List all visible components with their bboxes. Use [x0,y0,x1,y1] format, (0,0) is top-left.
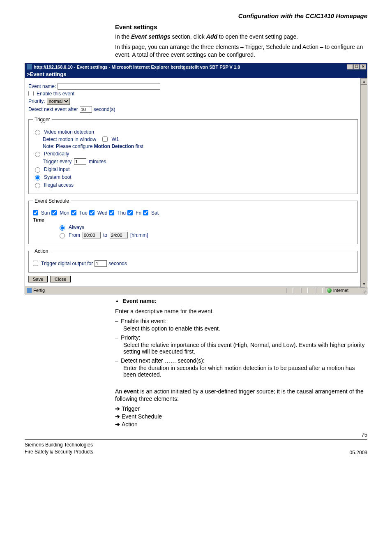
trigger-illegal-radio[interactable] [35,183,40,188]
day-label: Tue [79,210,88,216]
scroll-down-button[interactable]: ▼ [361,281,367,287]
trigger-periodic-sub-b: minutes [89,159,106,164]
status-text: Fertig [33,288,45,293]
day-label: Sun [41,210,50,216]
arrow-action: ➔Action [115,421,367,428]
page-band: >Event settings [25,71,367,78]
page-header: Configuration with the CCIC1410 Homepage [25,12,367,19]
day-checkbox[interactable] [71,210,76,215]
arrow-schedule: ➔Event Schedule [115,413,367,420]
trigger-note-b: Motion Detection [94,143,134,149]
dash-priority-label: Priority: [121,334,140,341]
trigger-periodic-label: Periodically [44,151,69,157]
dash-priority-desc: Select the relative importance of this e… [123,342,367,355]
day-label: Fri [136,210,141,216]
day-checkbox[interactable] [127,210,133,215]
trigger-periodic-radio[interactable] [35,152,40,157]
close-button[interactable]: Close [50,276,71,282]
statusbar: Fertig Internet [25,287,367,294]
trigger-vmd-radio[interactable] [35,130,40,135]
trigger-vmd-sub-label: Detect motion in window [43,136,96,142]
trigger-note: Note: Please configure Motion Detection … [43,143,143,149]
scroll-up-button[interactable]: ▲ [361,78,367,85]
day-checkbox[interactable] [33,210,38,215]
save-button[interactable]: Save [28,276,48,282]
trigger-illegal-label: Illegal access [44,182,74,188]
detect-next-input[interactable] [80,106,92,113]
trigger-legend: Trigger [33,117,52,123]
day-label: Sat [151,210,159,216]
dash-detect-desc: Enter the duration in seconds for which … [123,365,367,378]
days-row: Sun Mon Tue Wed Thu Fri Sat [33,210,353,216]
action-trigger-label-a: Trigger digital output for [41,261,93,266]
footer-l2: Fire Safety & Security Products [25,449,93,456]
day-checkbox[interactable] [51,210,57,215]
footer-left: Siemens Building Technologies Fire Safet… [25,442,93,456]
globe-icon [327,288,332,293]
trigger-w1-label: W1 [111,136,119,142]
status-zone-text: Internet [333,288,348,293]
intro-1b: Event settings [131,33,171,40]
intro-1a: In the [115,33,131,40]
event-name-label: Event name: [28,83,56,89]
detect-next-label-b: second(s) [94,106,115,112]
trigger-periodic-input[interactable] [74,158,86,165]
footer-right: 05.2009 [350,450,367,456]
action-fieldset: Action Trigger digital output for second… [28,248,358,273]
arrow-icon: ➔ [115,413,120,420]
action-trigger-checkbox[interactable] [33,261,38,266]
time-always-radio[interactable] [60,225,65,231]
intro-1e: to open the event setting page. [217,33,298,40]
bullet-event-name: Event name: [122,298,367,304]
trigger-periodic-sub-a: Trigger every [43,159,71,164]
arrow-schedule-label: Event Schedule [122,413,162,420]
action-legend: Action [33,248,50,254]
trigger-w1-checkbox[interactable] [102,136,108,142]
minimize-button[interactable]: _ [347,64,353,69]
trigger-digital-label: Digital input [44,166,70,172]
status-seg [301,288,308,293]
time-always-label: Always [69,224,84,230]
restore-button[interactable]: ❐ [353,64,360,69]
event-name-input[interactable] [58,83,160,90]
schedule-fieldset: Event Schedule Sun Mon Tue Wed Thu Fri S… [28,198,358,244]
dash-priority: –Priority: [115,334,367,341]
section-title: Event settings [115,23,367,30]
time-to-input[interactable] [110,232,128,238]
time-from-radio[interactable] [60,233,65,238]
resize-grip-icon[interactable] [362,289,367,294]
status-seg [309,288,315,293]
trigger-digital-radio[interactable] [35,167,40,173]
arrow-icon: ➔ [115,421,120,428]
arrow-trigger-label: Trigger [122,405,140,412]
event-para-c: is an action initiated by a user-defined… [115,388,364,402]
day-checkbox[interactable] [89,210,95,215]
ie-icon [27,64,32,69]
detect-next-label-a: Detect next event after [28,106,78,112]
time-to-label: to [103,232,107,238]
event-name-desc: Enter a descriptive name for the event. [115,308,367,315]
status-seg [286,288,293,293]
enable-event-checkbox[interactable] [28,91,34,96]
ie-window: http://192.168.0.10 - Event settings - M… [25,63,367,294]
trigger-system-radio[interactable] [35,175,40,180]
day-checkbox[interactable] [143,210,148,215]
day-checkbox[interactable] [109,210,114,215]
scrollbar[interactable]: ▲ ▼ [360,78,367,287]
enable-event-label: Enable this event [37,91,74,97]
trigger-vmd-label: Video motion detection [44,129,94,135]
close-window-button[interactable]: ✕ [360,64,366,69]
schedule-legend: Event Schedule [33,198,71,204]
arrow-trigger: ➔Trigger [115,405,367,412]
time-from-label: From [69,232,80,238]
dash-enable-label: Enable this event: [121,318,166,324]
intro-1c: section, click [171,33,206,40]
action-trigger-input[interactable] [95,260,107,267]
page-number: 75 [25,432,367,438]
day-label: Mon [60,210,69,216]
time-from-input[interactable] [83,232,101,238]
time-label: Time [33,217,44,223]
priority-select[interactable]: normal [47,98,70,105]
titlebar: http://192.168.0.10 - Event settings - M… [25,63,367,71]
window-title: http://192.168.0.10 - Event settings - M… [34,65,347,69]
